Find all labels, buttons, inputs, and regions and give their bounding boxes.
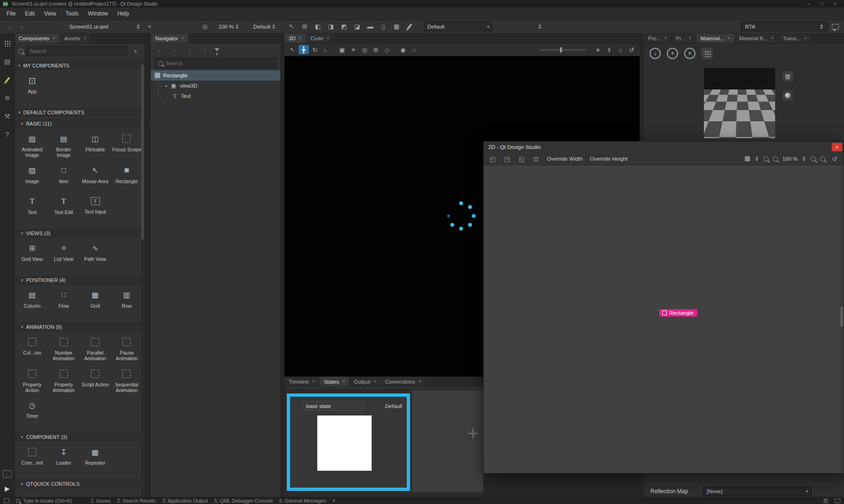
component-item[interactable]: ↧Loader bbox=[48, 446, 79, 471]
component-item[interactable]: ◫Flickable bbox=[80, 133, 111, 158]
component-item[interactable]: Property Action bbox=[16, 368, 48, 393]
component-item[interactable]: ▦Repeater bbox=[80, 446, 111, 471]
material-grid-icon[interactable] bbox=[702, 48, 713, 59]
close-icon[interactable]: × bbox=[52, 36, 55, 41]
back-icon[interactable]: ← bbox=[4, 22, 14, 31]
scrollbar-thumb[interactable] bbox=[840, 307, 843, 326]
stepper-icon[interactable] bbox=[136, 24, 141, 30]
tab-components[interactable]: Components × bbox=[15, 33, 60, 43]
notifications-icon[interactable] bbox=[835, 498, 840, 503]
stepper-icon[interactable] bbox=[819, 24, 824, 30]
zoom-in-icon[interactable] bbox=[773, 156, 778, 162]
zoom-selection-icon[interactable] bbox=[811, 156, 816, 162]
debug-icon[interactable]: ⊚ bbox=[2, 93, 13, 103]
menu-file[interactable]: File bbox=[2, 7, 20, 20]
section-animation[interactable]: ▾ ANIMATION (9) bbox=[15, 322, 144, 332]
section-qtquick-controls[interactable]: ▸ QTQUICK CONTROLS bbox=[15, 479, 144, 489]
close-icon[interactable]: × bbox=[84, 36, 87, 41]
close-icon[interactable]: × bbox=[689, 36, 692, 41]
split-left-icon[interactable]: ◧ bbox=[313, 22, 323, 31]
background-color-swatch[interactable] bbox=[745, 156, 750, 162]
align-corner-icon[interactable]: ◳ bbox=[502, 154, 512, 163]
close-icon[interactable]: × bbox=[771, 36, 774, 41]
tab-connections[interactable]: Connections × bbox=[381, 377, 426, 386]
move-forward-icon[interactable]: → bbox=[170, 45, 180, 54]
close-document-icon[interactable]: × bbox=[144, 22, 155, 31]
zoom-fit-icon[interactable] bbox=[820, 156, 825, 162]
override-height-button[interactable]: Override Height bbox=[589, 156, 629, 162]
tab-navigator[interactable]: Navigator × bbox=[151, 33, 189, 43]
open-document-selector[interactable]: Screen01.ui.qml bbox=[67, 22, 142, 31]
component-item[interactable]: ▤Border Image bbox=[48, 133, 79, 158]
bar-icon[interactable]: ▬ bbox=[365, 22, 375, 31]
move-tool-icon[interactable]: ╋ bbox=[299, 45, 309, 54]
edit-document-icon[interactable]: ▤ bbox=[2, 56, 13, 67]
issues-pane-button[interactable]: 1. Issues bbox=[91, 498, 111, 504]
component-item[interactable]: □Item bbox=[48, 165, 79, 189]
component-item[interactable]: TText Edit bbox=[48, 196, 79, 220]
add-state-plus-icon[interactable]: + bbox=[467, 424, 479, 444]
apply-material-icon[interactable]: ↓ bbox=[650, 48, 661, 59]
close-icon[interactable]: × bbox=[327, 36, 329, 41]
feedback-bubble-icon[interactable] bbox=[830, 22, 840, 31]
split-right-icon[interactable]: ◨ bbox=[326, 22, 336, 31]
add-state-area[interactable]: + bbox=[412, 390, 483, 492]
zoom-out-icon[interactable] bbox=[763, 156, 769, 162]
move-backward-icon[interactable]: ← bbox=[155, 45, 165, 54]
component-item[interactable]: ⊡ App bbox=[16, 75, 48, 99]
component-item[interactable]: Property Animation bbox=[48, 368, 79, 393]
stepper-icon[interactable] bbox=[754, 156, 759, 162]
section-basic[interactable]: ▾ BASIC (11) bbox=[15, 119, 144, 128]
section-component[interactable]: ▾ COMPONENT (3) bbox=[15, 432, 144, 442]
add-module-icon[interactable]: + bbox=[130, 46, 141, 56]
component-item[interactable]: ▤Column bbox=[16, 289, 48, 314]
output-pane-icon[interactable] bbox=[4, 498, 9, 503]
component-item[interactable]: Col...ion bbox=[16, 336, 48, 362]
corner-b-icon[interactable]: ◪ bbox=[352, 22, 362, 31]
reset-view-icon[interactable]: ⌂ bbox=[615, 45, 626, 54]
menu-window[interactable]: Window bbox=[83, 7, 113, 20]
component-item[interactable]: Focus Scope bbox=[111, 133, 142, 158]
override-width-button[interactable]: Override Width bbox=[545, 156, 584, 162]
close-icon[interactable]: × bbox=[181, 36, 184, 41]
close-icon[interactable]: × bbox=[373, 379, 376, 384]
design-pencil-icon[interactable] bbox=[2, 74, 13, 85]
pause-particles-icon[interactable]: ‖ bbox=[604, 45, 614, 54]
orbit-icon[interactable]: ○ bbox=[409, 45, 419, 54]
stepper-icon[interactable] bbox=[271, 24, 276, 30]
tab-assets[interactable]: Assets × bbox=[60, 33, 91, 43]
tab-output[interactable]: Output × bbox=[350, 377, 381, 386]
tab-code[interactable]: Code × bbox=[306, 33, 334, 43]
component-item[interactable]: Sequential Animation bbox=[111, 368, 142, 393]
menu-edit[interactable]: Edit bbox=[20, 7, 39, 20]
slider-thumb[interactable] bbox=[560, 47, 562, 52]
component-item[interactable]: ◷Timer bbox=[16, 400, 48, 424]
rta-selector[interactable]: RTA bbox=[741, 22, 828, 31]
kit-selector[interactable]: Default ▾ bbox=[424, 22, 493, 31]
application-output-pane-button[interactable]: 3. Application Output bbox=[163, 498, 208, 504]
chevron-right-icon[interactable]: ▸ bbox=[165, 83, 168, 88]
navigator-item-view3d[interactable]: ▸ ▣ view3D bbox=[151, 81, 280, 91]
locate-control[interactable]: Type to locate (Ctrl+K) bbox=[16, 498, 72, 504]
align-origin-icon[interactable]: ◰ bbox=[487, 154, 498, 163]
table-icon[interactable]: ▦ bbox=[391, 22, 402, 31]
preview-environment-icon[interactable]: ▨ bbox=[783, 71, 793, 82]
close-icon[interactable]: × bbox=[342, 379, 345, 384]
run-play-icon[interactable]: ▶ bbox=[2, 483, 13, 494]
preview-model-icon[interactable] bbox=[783, 90, 793, 101]
section-my-components[interactable]: ▾ MY COMPONENTS bbox=[15, 61, 144, 70]
fit-view-icon[interactable]: ▣ bbox=[337, 45, 347, 54]
style-selector[interactable]: Default bbox=[254, 24, 276, 30]
section-views[interactable]: ▾ VIEWS (3) bbox=[15, 229, 144, 238]
stepper-icon[interactable] bbox=[538, 24, 542, 30]
navigator-item-rectangle[interactable]: Rectangle bbox=[151, 70, 280, 81]
align-edge-icon[interactable]: ◱ bbox=[516, 154, 527, 163]
select-tool-icon[interactable]: ↖ bbox=[287, 45, 298, 54]
terminal-icon[interactable]: ›_ bbox=[3, 470, 12, 478]
component-item[interactable]: ∿Path View bbox=[80, 243, 111, 267]
welcome-grid-icon[interactable] bbox=[2, 38, 13, 48]
bounds-icon[interactable]: ⊡ bbox=[531, 154, 541, 163]
material-preview[interactable] bbox=[704, 68, 775, 138]
camera-icon[interactable]: ◎ bbox=[359, 45, 370, 54]
rotate-tool-icon[interactable]: ↻ bbox=[310, 45, 320, 54]
